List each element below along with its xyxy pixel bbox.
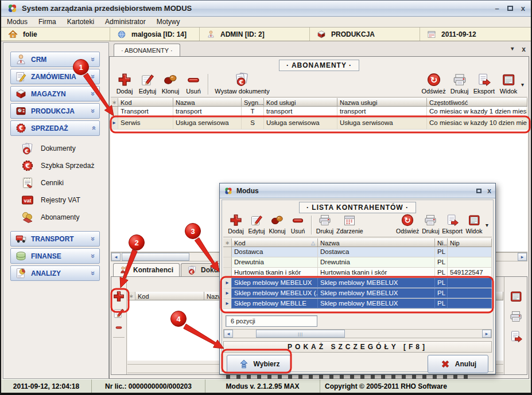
table-row[interactable]: Dostawca Dostawca PL <box>223 247 492 257</box>
add-contractor-button[interactable] <box>112 290 125 303</box>
toolbar-more-icon[interactable]: ▾ <box>520 81 525 88</box>
dialog-body: · LISTA KONTRAHENTÓW · Dodaj Edytuj Klon… <box>222 200 494 372</box>
column-header-kod[interactable]: Kod <box>135 292 204 300</box>
clone-button[interactable]: Klonuj <box>159 72 182 96</box>
sidebar-item-rejestry-vat[interactable]: vat Rejestry VAT <box>3 191 108 209</box>
edit-button[interactable]: Edytuj <box>246 213 267 236</box>
menu-item-firma[interactable]: Firma <box>38 18 56 26</box>
dialog-maximize-button[interactable] <box>476 189 481 193</box>
table-row-selected[interactable]: ▸ Sklep meblowy MEBELUX (... Sklep meblo… <box>223 288 492 299</box>
dialog-hscrollbar[interactable]: ◂ ||| ▸ <box>223 329 492 338</box>
delete-button[interactable]: Usuń <box>288 213 308 236</box>
scroll-thumb[interactable]: ||| <box>256 330 345 338</box>
table-row-transport[interactable]: Transport transport T transport transpor… <box>111 107 527 118</box>
close-button[interactable]: x <box>521 5 525 12</box>
sidebar-group-transport[interactable]: TRANSPORT» <box>10 231 100 247</box>
column-header-sygn[interactable]: Sygn... <box>242 98 264 106</box>
add-button[interactable]: Dodaj <box>113 72 136 96</box>
menu-item-motywy[interactable]: Motywy <box>157 18 180 26</box>
dialog-panel-title: · LISTA KONTRAHENTÓW · <box>299 202 416 213</box>
print-button[interactable] <box>509 310 523 323</box>
show-details-bar[interactable]: POKAŻ SZCZEGÓŁY [F8] <box>223 341 492 353</box>
cell: S <box>242 118 264 129</box>
event-button[interactable]: Zdarzenie <box>335 213 364 236</box>
button-label: Widok <box>500 88 518 95</box>
column-header-kod[interactable]: Kod△ <box>232 238 318 247</box>
scroll-thumb[interactable] <box>122 253 189 261</box>
delete-button[interactable]: Usuń <box>182 72 205 96</box>
admin-selector[interactable]: ADMIN [ID: 2] <box>200 28 310 41</box>
table-row-selected[interactable]: ▸ Sklep meblowy MEBLLE Sklep meblowy MEB… <box>223 299 492 309</box>
sidebar-group-analizy[interactable]: ANALIZY» <box>10 265 100 281</box>
menu-item-modus[interactable]: Modus <box>7 18 28 26</box>
export-button[interactable]: Eksport <box>471 72 497 96</box>
sidebar-item-dokumenty[interactable]: € Dokumenty <box>3 140 108 157</box>
scroll-track[interactable]: ||| <box>233 330 482 338</box>
refresh-button[interactable]: ↻ Odśwież <box>395 213 420 236</box>
print-button[interactable]: Drukuj <box>448 72 471 96</box>
edit-button[interactable]: Edytuj <box>136 72 159 96</box>
quick-sale-icon: € <box>21 159 34 173</box>
sidebar-item-abonamenty[interactable]: Abonamenty <box>3 209 108 226</box>
sidebar-item-szybka-sprzedaz[interactable]: € Szybka Sprzedaż <box>3 157 108 174</box>
scroll-right-icon[interactable]: ▸ <box>482 330 491 338</box>
button-label: Anuluj <box>455 360 476 368</box>
column-header-nazwa[interactable]: Nazwa <box>173 98 242 106</box>
button-label: Eksport <box>473 88 495 95</box>
view-button[interactable]: Widok <box>497 72 520 96</box>
delete-contractor-button[interactable] <box>112 323 125 331</box>
tab-abonamenty[interactable]: · ABONAMENTY · <box>114 44 180 56</box>
cancel-button[interactable]: Anuluj <box>428 355 488 373</box>
tab-close-icon[interactable]: x <box>522 45 526 53</box>
department-selector[interactable]: PRODUKCJA <box>310 28 420 41</box>
column-header-nip[interactable]: Nip <box>448 238 492 247</box>
user-selector[interactable]: malgosia [ID: 14] <box>110 28 200 41</box>
column-header-ni[interactable]: Ni... <box>435 238 448 247</box>
column-header-kod-uslugi[interactable]: Kod usługi <box>264 98 337 106</box>
sidebar-group-produkcja[interactable]: PRODUKCJA» <box>10 103 100 119</box>
maximize-button[interactable] <box>507 6 513 11</box>
table-row-serwis-selected[interactable]: ▸ Serwis Usługa serwisowa S Usługa serwi… <box>111 118 527 130</box>
toolbar-separator <box>208 74 208 95</box>
cell: Sklep meblowy MEBELUX <box>318 278 435 288</box>
toolbar-more-icon[interactable]: ▾ <box>484 222 490 228</box>
column-header-czestotliwosc[interactable]: Częstotliwość <box>427 98 527 106</box>
print-button-2[interactable]: Drukuj <box>420 213 441 236</box>
location-selector[interactable]: folie <box>1 28 110 41</box>
sidebar-group-sprzedaz[interactable]: € SPRZEDAŻ» <box>10 120 100 136</box>
sidebar-item-cenniki[interactable]: Cenniki <box>3 174 108 191</box>
menu-item-kartoteki[interactable]: Kartoteki <box>67 18 94 26</box>
view-button[interactable] <box>509 290 523 303</box>
export-button[interactable]: Eksport <box>441 213 464 236</box>
column-header-nazwa[interactable]: Nazwa <box>318 238 435 247</box>
edit-contractor-button[interactable] <box>112 307 125 319</box>
column-header-kod[interactable]: Kod <box>118 98 173 106</box>
select-button[interactable]: Wybierz <box>227 355 291 373</box>
menu-item-administrator[interactable]: Administrator <box>105 18 146 26</box>
scroll-left-icon[interactable]: ◂ <box>111 253 121 261</box>
sidebar-group-zamowienia[interactable]: ZAMÓWIENIA» <box>10 69 100 84</box>
table-row[interactable]: Hurtownia tkanin i skór Hurtownia tkanin… <box>223 268 492 278</box>
add-button[interactable]: Dodaj <box>226 213 246 236</box>
issue-documents-button[interactable]: € Wystaw dokumenty <box>211 71 273 96</box>
sidebar-group-crm[interactable]: CRM» <box>10 52 100 67</box>
cell: transport <box>264 107 337 118</box>
scroll-left-icon[interactable]: ◂ <box>224 330 233 338</box>
print-button[interactable]: Drukuj <box>314 213 335 236</box>
date-selector[interactable]: 2011-09-12 <box>420 28 531 41</box>
scroll-right-icon[interactable]: ▸ <box>518 253 527 261</box>
minimize-button[interactable]: – <box>495 5 499 12</box>
tab-dropdown-icon[interactable]: ▾ <box>511 45 514 53</box>
table-row[interactable]: Drewutnia Drewutnia PL <box>223 257 492 268</box>
export-button[interactable] <box>509 330 523 343</box>
tab-kontrahenci[interactable]: Kontrahenci <box>113 263 180 276</box>
sidebar-group-magazyn[interactable]: MAGAZYN» <box>10 86 100 101</box>
view-button[interactable]: Widok <box>464 213 484 236</box>
refresh-button[interactable]: ↻ Odśwież <box>419 72 448 96</box>
dialog-close-button[interactable]: x <box>487 187 491 194</box>
sidebar-group-finanse[interactable]: FINANSE» <box>10 248 100 264</box>
table-row-selected[interactable]: ▸ Sklep meblowy MEBELUX Sklep meblowy ME… <box>223 278 492 288</box>
column-header-nazwa-uslugi[interactable]: Nazwa usługi <box>337 98 427 106</box>
clone-button[interactable]: Klonuj <box>267 213 288 236</box>
chevron-down-icon: » <box>89 57 98 61</box>
